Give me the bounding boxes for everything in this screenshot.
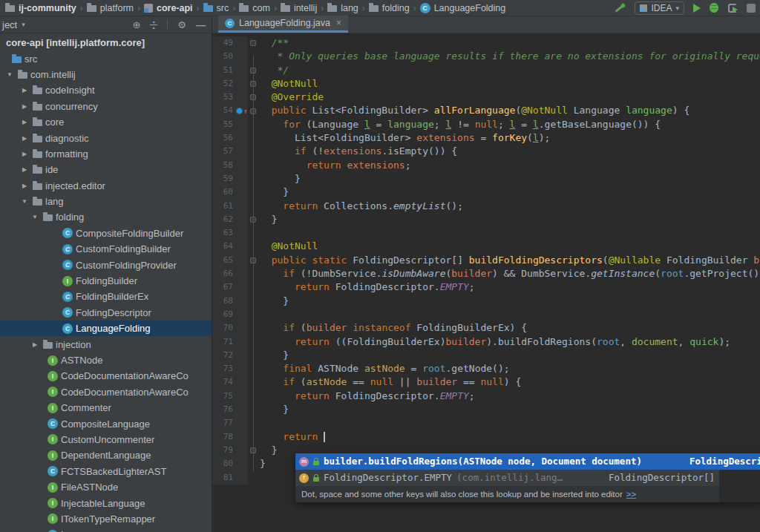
line-number[interactable]: 64	[212, 240, 236, 253]
code-line-60[interactable]: 60 }	[212, 185, 760, 199]
tree-item-com-intellij[interactable]: ▼com.intellij	[0, 67, 212, 82]
code-line-54[interactable]: 54↑ public List<FoldingBuilder> allForLa…	[212, 104, 760, 117]
line-number[interactable]: 68	[212, 295, 236, 308]
expand-arrow-icon[interactable]: ▶	[19, 135, 30, 142]
breadcrumb-item-src[interactable]: src	[201, 3, 232, 13]
code-text[interactable]: @Override	[260, 91, 324, 104]
tree-item-foldingdescriptor[interactable]: CFoldingDescriptor	[0, 305, 212, 321]
line-number[interactable]: 53	[212, 91, 236, 104]
line-number[interactable]: 75	[212, 390, 236, 403]
override-method-gutter-icon[interactable]: ↑	[236, 104, 248, 117]
code-text[interactable]: return Collections.emptyList();	[260, 200, 463, 213]
run-button[interactable]	[693, 4, 701, 13]
code-text[interactable]: */	[260, 64, 289, 77]
code-text[interactable]: public List<FoldingBuilder> allForLangua…	[260, 104, 689, 117]
line-number[interactable]: 69	[212, 308, 236, 321]
code-text[interactable]: @NotNull	[260, 77, 318, 91]
expand-arrow-icon[interactable]: ▶	[19, 87, 30, 93]
code-line-59[interactable]: 59 }	[212, 172, 760, 185]
expand-arrow-icon[interactable]: ▶	[19, 119, 30, 125]
line-number[interactable]: 70	[212, 321, 236, 335]
code-text[interactable]: @NotNull	[260, 240, 318, 253]
code-text[interactable]: /**	[260, 36, 289, 50]
line-number[interactable]: 52	[212, 77, 236, 91]
code-line-65[interactable]: 65 public static FoldingDescriptor[] bui…	[212, 254, 760, 267]
code-line-49[interactable]: 49 /**	[212, 36, 760, 50]
tree-item-foldingbuilder[interactable]: IFoldingBuilder	[0, 273, 212, 289]
tree-item-astnode[interactable]: IASTNode	[0, 352, 212, 368]
code-text[interactable]: * Only queries base language results if …	[260, 50, 760, 63]
tree-item-dependentlanguage[interactable]: IDependentLanguage	[0, 447, 212, 463]
tree-item-compositefoldingbuilder[interactable]: CCompositeFoldingBuilder	[0, 226, 212, 241]
code-text[interactable]: }	[260, 349, 289, 362]
line-number[interactable]: 54	[212, 104, 236, 117]
code-line-70[interactable]: 70 if (builder instanceof FoldingBuilder…	[212, 321, 760, 335]
expand-arrow-icon[interactable]: ▶	[19, 151, 30, 157]
code-line-62[interactable]: 62 }	[212, 213, 760, 226]
code-line-57[interactable]: 57 if (!extensions.isEmpty()) {	[212, 145, 760, 158]
tree-item-commenter[interactable]: ICommenter	[0, 400, 212, 416]
code-text[interactable]: return extensions;	[260, 159, 411, 172]
line-number[interactable]: 49	[212, 36, 236, 50]
hide-panel-icon[interactable]: —	[196, 19, 206, 30]
expand-arrow-icon[interactable]: ▶	[19, 103, 30, 110]
chevron-down-icon[interactable]: ▾	[22, 21, 25, 28]
line-number[interactable]: 67	[212, 280, 236, 294]
debug-button[interactable]	[710, 3, 718, 13]
line-number[interactable]: 63	[212, 226, 236, 240]
code-text[interactable]: public static FoldingDescriptor[] buildF…	[260, 254, 760, 267]
code-line-67[interactable]: 67 return FoldingDescriptor.EMPTY;	[212, 280, 760, 294]
breadcrumb-item-core-api[interactable]: core-api	[142, 3, 195, 13]
breadcrumb-item-platform[interactable]: platform	[85, 3, 136, 13]
tree-item-ide[interactable]: ▶ide	[0, 162, 212, 177]
line-number[interactable]: 77	[212, 416, 236, 430]
completion-item[interactable]: mbuilder.buildFoldRegions(ASTNode node, …	[295, 453, 760, 470]
breadcrumb-item-folding[interactable]: folding	[367, 3, 412, 13]
tree-item-injected-editor[interactable]: ▶injected.editor	[0, 178, 212, 194]
code-text[interactable]: return FoldingDescriptor.EMPTY;	[260, 280, 475, 294]
completion-hint-link[interactable]: >>	[626, 487, 636, 501]
line-number[interactable]: 60	[212, 185, 236, 199]
line-number[interactable]: 57	[212, 145, 236, 158]
locate-file-icon[interactable]: ⊕	[132, 19, 140, 30]
code-line-66[interactable]: 66 if (!DumbService.isDumbAware(builder)…	[212, 267, 760, 280]
breadcrumb-item-ij-community[interactable]: ij-community	[3, 3, 79, 13]
collapse-all-icon[interactable]: ▾▴	[150, 21, 157, 29]
breadcrumb-item-LanguageFolding[interactable]: CLanguageFolding	[418, 3, 508, 13]
code-line-63[interactable]: 63	[212, 226, 760, 240]
breadcrumb-item-com[interactable]: com	[237, 3, 272, 13]
line-number[interactable]: 55	[212, 118, 236, 131]
code-text[interactable]: }	[260, 295, 289, 308]
tree-item-injection[interactable]: ▶injection	[0, 336, 212, 352]
line-number[interactable]: 73	[212, 362, 236, 375]
code-line-71[interactable]: 71 return ((FoldingBuilderEx)builder).bu…	[212, 335, 760, 349]
code-line-72[interactable]: 72 }	[212, 349, 760, 362]
code-text[interactable]: }	[260, 403, 289, 416]
tree-item-fileastnode[interactable]: IFileASTNode	[0, 479, 212, 495]
line-number[interactable]: 58	[212, 159, 236, 172]
build-hammer-icon[interactable]	[614, 2, 626, 14]
code-text[interactable]: if (!extensions.isEmpty()) {	[260, 145, 457, 158]
code-text[interactable]: for (Language l = language; l != null; l…	[260, 118, 661, 131]
tree-item-lang[interactable]: ▼lang	[0, 194, 212, 209]
code-text[interactable]: }	[260, 172, 301, 185]
line-number[interactable]: 65	[212, 254, 236, 267]
fold-marker-icon[interactable]	[250, 40, 256, 46]
code-line-52[interactable]: 52 @NotNull	[212, 77, 760, 91]
line-number[interactable]: 50	[212, 50, 236, 63]
tree-item-core[interactable]: ▶core	[0, 114, 212, 130]
tree-item-itokentyperemapper[interactable]: IITokenTypeRemapper	[0, 511, 212, 527]
tree-item-compositelanguage[interactable]: CCompositeLanguage	[0, 416, 212, 431]
code-line-74[interactable]: 74 if (astNode == null || builder == nul…	[212, 375, 760, 389]
line-number[interactable]: 61	[212, 200, 236, 213]
completion-item[interactable]: fFoldingDescriptor.EMPTY(com.intellij.la…	[295, 470, 719, 486]
code-line-76[interactable]: 76 }	[212, 403, 760, 416]
expand-arrow-icon[interactable]: ▶	[19, 166, 30, 173]
line-number[interactable]: 78	[212, 430, 236, 444]
code-text[interactable]: final ASTNode astNode = root.getNode();	[260, 362, 510, 375]
code-line-75[interactable]: 75 return FoldingDescriptor.EMPTY;	[212, 390, 760, 403]
tree-item-diagnostic[interactable]: ▶diagnostic	[0, 130, 212, 145]
code-line-78[interactable]: 78 return	[212, 430, 760, 444]
line-number[interactable]: 51	[212, 64, 236, 77]
line-number[interactable]: 76	[212, 403, 236, 416]
